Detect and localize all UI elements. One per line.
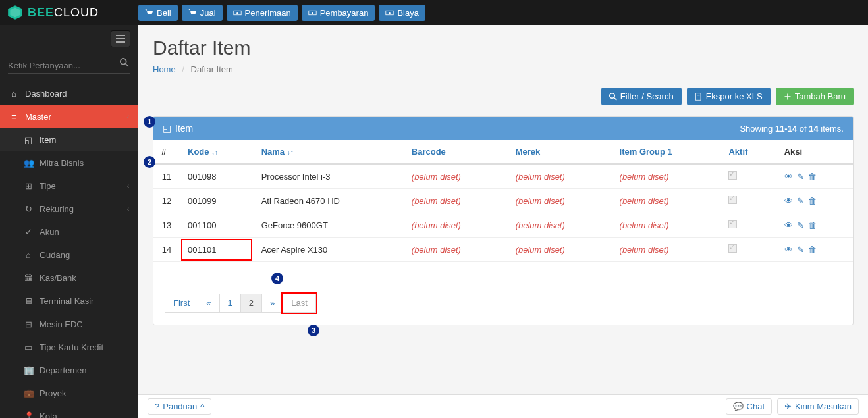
- panduan-button[interactable]: ?Panduan ^: [148, 398, 211, 415]
- submenu-rekuring[interactable]: ↻Rekuring‹: [0, 197, 138, 221]
- delete-icon[interactable]: 🗑: [808, 245, 817, 255]
- export-xls-button[interactable]: Ekspor ke XLS: [687, 88, 771, 105]
- breadcrumb-home[interactable]: Home: [153, 65, 176, 74]
- nav-jual[interactable]: Jual: [182, 5, 223, 21]
- calculator-icon: ⊟: [24, 319, 33, 329]
- nav-pembayaran[interactable]: Pembayaran: [302, 5, 375, 21]
- row-group: (belum diset): [612, 164, 721, 189]
- cube-icon: ◱: [163, 123, 171, 134]
- edit-icon[interactable]: ✎: [797, 221, 804, 230]
- breadcrumb-separator: /: [182, 65, 184, 74]
- submenu-departemen[interactable]: 🏢Departemen: [0, 359, 138, 382]
- checkbox-disabled-icon: [728, 196, 737, 204]
- svg-point-5: [312, 11, 313, 13]
- row-index: 12: [153, 189, 180, 213]
- nav-label: Beli: [157, 8, 171, 18]
- delete-icon[interactable]: 🗑: [808, 196, 817, 206]
- row-group: (belum diset): [612, 213, 721, 238]
- row-group: (belum diset): [612, 238, 721, 262]
- view-icon[interactable]: 👁: [784, 172, 793, 182]
- logo: BEECLOUD: [7, 4, 138, 21]
- filter-search-button[interactable]: Filter / Search: [601, 88, 682, 105]
- top-bar: BEECLOUD Beli Jual Penerimaan Pembayaran…: [0, 0, 868, 25]
- row-nama: Processor Intel i-3: [254, 164, 404, 189]
- row-nama: GeForce 9600GT: [254, 213, 404, 238]
- annotation-badge-3: 3: [308, 325, 319, 336]
- submenu-akun[interactable]: ✓Akun: [0, 221, 138, 244]
- submenu-kota[interactable]: 📍Kota: [0, 405, 138, 418]
- delete-icon[interactable]: 🗑: [808, 221, 817, 230]
- hamburger-icon: [116, 35, 125, 43]
- map-marker-icon: 📍: [24, 411, 33, 418]
- col-barcode[interactable]: Barcode: [404, 140, 508, 164]
- view-icon[interactable]: 👁: [784, 196, 793, 206]
- view-icon[interactable]: 👁: [784, 245, 793, 255]
- search-icon[interactable]: [120, 58, 129, 69]
- row-nama: Acer Aspire X130: [254, 238, 404, 262]
- row-barcode: (belum diset): [404, 164, 508, 189]
- row-barcode: (belum diset): [404, 213, 508, 238]
- search-input[interactable]: [8, 58, 130, 74]
- row-kode: 001101: [180, 238, 254, 262]
- nav-penerimaan[interactable]: Penerimaan: [227, 5, 298, 21]
- page-1[interactable]: 1: [219, 294, 241, 313]
- help-icon: ?: [155, 402, 159, 411]
- col-aktif[interactable]: Aktif: [720, 140, 776, 164]
- svg-rect-10: [116, 41, 125, 43]
- submenu-gudang[interactable]: ⌂Gudang: [0, 244, 138, 267]
- edit-icon[interactable]: ✎: [797, 245, 804, 255]
- button-label: Tambah Baru: [795, 91, 846, 101]
- submenu-tipe[interactable]: ⊞Tipe‹: [0, 174, 138, 197]
- sort-icon: ↓↑: [211, 149, 218, 156]
- submenu-label: Mitra Bisnis: [40, 158, 84, 168]
- nav-beli[interactable]: Beli: [138, 5, 178, 21]
- submenu-mitra-bisnis[interactable]: 👥Mitra Bisnis: [0, 151, 138, 174]
- page-next[interactable]: »: [261, 294, 283, 313]
- submenu-tipe-kartu-kredit[interactable]: ▭Tipe Kartu Kredit: [0, 336, 138, 359]
- tambah-baru-button[interactable]: Tambah Baru: [776, 88, 854, 105]
- submenu-label: Departemen: [40, 365, 87, 375]
- kirim-masukan-button[interactable]: ✈Kirim Masukan: [777, 398, 859, 415]
- svg-rect-8: [116, 35, 125, 36]
- row-aksi: 👁✎🗑: [776, 238, 853, 262]
- menu-master[interactable]: ≡Master‹: [0, 105, 138, 128]
- menu-label: Master: [25, 112, 51, 122]
- submenu-label: Tipe: [40, 181, 56, 191]
- chat-button[interactable]: 💬Chat: [726, 398, 772, 415]
- database-icon: ≡: [9, 112, 18, 122]
- view-icon[interactable]: 👁: [784, 221, 793, 230]
- sidebar-toggle-button[interactable]: [111, 30, 130, 47]
- col-group[interactable]: Item Group 1: [612, 140, 721, 164]
- submenu-mesin-edc[interactable]: ⊟Mesin EDC: [0, 313, 138, 336]
- checkbox-disabled-icon: [728, 244, 737, 253]
- svg-rect-9: [116, 38, 125, 39]
- table-row: 11 001098 Processor Intel i-3 (belum dis…: [153, 164, 853, 189]
- col-merek[interactable]: Merek: [508, 140, 612, 164]
- page-2[interactable]: 2: [240, 294, 262, 313]
- breadcrumb-current: Daftar Item: [191, 65, 233, 74]
- submenu-item[interactable]: ◱Item: [0, 128, 138, 151]
- page-first[interactable]: First: [165, 294, 198, 313]
- submenu-proyek[interactable]: 💼Proyek: [0, 382, 138, 405]
- svg-point-7: [389, 11, 391, 13]
- edit-icon[interactable]: ✎: [797, 172, 804, 182]
- edit-icon[interactable]: ✎: [797, 196, 804, 206]
- sitemap-icon: ⊞: [24, 181, 33, 191]
- desktop-icon: 🖥: [24, 296, 33, 306]
- logo-text-bold: BEE: [28, 6, 54, 19]
- page-prev[interactable]: «: [198, 294, 219, 313]
- menu-dashboard[interactable]: ⌂Dashboard: [0, 82, 138, 105]
- submenu-kas-bank[interactable]: 🏛Kas/Bank: [0, 267, 138, 290]
- action-row: Filter / Search Ekspor ke XLS Tambah Bar…: [153, 88, 854, 105]
- sort-icon: ↓↑: [287, 149, 294, 156]
- chevron-left-icon: ‹: [127, 182, 129, 190]
- submenu-terminal-kasir[interactable]: 🖥Terminal Kasir: [0, 290, 138, 313]
- row-index: 13: [153, 213, 180, 238]
- delete-icon[interactable]: 🗑: [808, 172, 817, 182]
- col-nama[interactable]: Nama ↓↑: [254, 140, 404, 164]
- page-last[interactable]: Last: [283, 294, 316, 313]
- nav-biaya[interactable]: Biaya: [379, 5, 425, 21]
- col-kode[interactable]: Kode ↓↑: [180, 140, 254, 164]
- nav-label: Penerimaan: [245, 8, 291, 18]
- button-label: Ekspor ke XLS: [706, 91, 763, 101]
